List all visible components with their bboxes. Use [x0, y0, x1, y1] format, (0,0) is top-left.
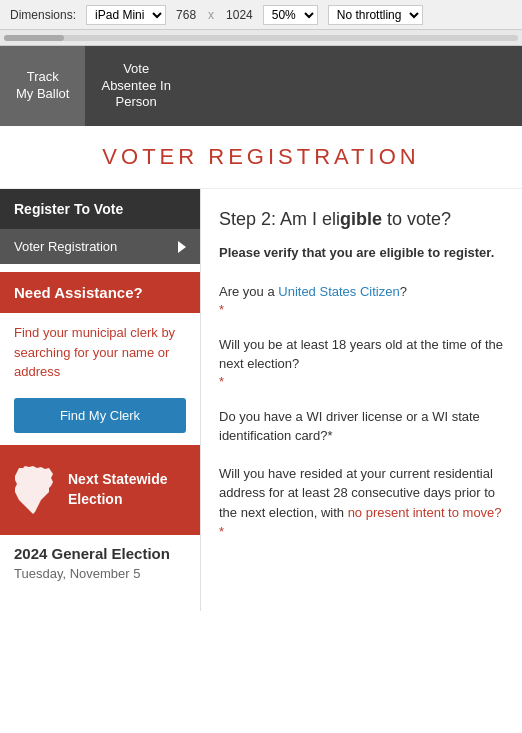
step-prefix: Step 2: Am I eli — [219, 209, 340, 229]
question-3-text: Do you have a WI driver license or a WI … — [219, 407, 504, 446]
next-election-box: Next Statewide Election — [0, 445, 200, 535]
sidebar: Register To Vote Voter Registration Need… — [0, 189, 200, 611]
nav-label-track: TrackMy Ballot — [16, 69, 69, 103]
width-value: 768 — [176, 8, 196, 22]
nav-label-absentee: VoteAbsentee InPerson — [101, 61, 170, 112]
scrollbar-track[interactable] — [4, 35, 518, 41]
main-layout: Register To Vote Voter Registration Need… — [0, 189, 522, 611]
question-2: Will you be at least 18 years old at the… — [219, 335, 504, 389]
x-separator: x — [208, 8, 214, 22]
question-4-text: Will you have resided at your current re… — [219, 464, 504, 542]
zoom-select[interactable]: 50% — [263, 5, 318, 25]
dimensions-label: Dimensions: — [10, 8, 76, 22]
step-title: Step 2: Am I eligible to vote? — [219, 209, 504, 230]
question-3: Do you have a WI driver license or a WI … — [219, 407, 504, 446]
page-title-bar: VOTER REGISTRATION — [0, 126, 522, 189]
election-name: 2024 General Election — [0, 535, 200, 566]
election-date: Tuesday, November 5 — [0, 566, 200, 591]
voter-reg-label: Voter Registration — [14, 239, 117, 254]
verify-eligibility-text: Please verify that you are eligible to r… — [219, 244, 504, 262]
question-2-text: Will you be at least 18 years old at the… — [219, 335, 504, 374]
question-1-required: * — [219, 302, 504, 317]
find-my-clerk-button[interactable]: Find My Clerk — [14, 398, 186, 433]
register-to-vote-button[interactable]: Register To Vote — [0, 189, 200, 229]
main-content: Step 2: Am I eligible to vote? Please ve… — [200, 189, 522, 611]
nav-item-vote-absentee[interactable]: VoteAbsentee InPerson — [85, 46, 186, 126]
next-election-label: Next Statewide Election — [68, 470, 190, 509]
height-value: 1024 — [226, 8, 253, 22]
step-highlight: gible — [340, 209, 382, 229]
scrollbar-thumb[interactable] — [4, 35, 64, 41]
voter-registration-sidebar-item[interactable]: Voter Registration — [0, 229, 200, 264]
question-4: Will you have resided at your current re… — [219, 464, 504, 542]
arrow-icon — [178, 241, 186, 253]
question-2-required: * — [219, 374, 504, 389]
us-citizen-link[interactable]: United States Citizen — [278, 284, 399, 299]
question-1: Are you a United States Citizen? * — [219, 282, 504, 317]
nav-bar: TrackMy Ballot VoteAbsentee InPerson — [0, 46, 522, 126]
dev-toolbar: Dimensions: iPad Mini 768 x 1024 50% No … — [0, 0, 522, 30]
device-select[interactable]: iPad Mini — [86, 5, 166, 25]
wisconsin-icon — [10, 466, 58, 514]
step-suffix: to vote? — [382, 209, 451, 229]
nav-item-track-my-ballot[interactable]: TrackMy Ballot — [0, 46, 85, 126]
find-clerk-description: Find your municipal clerk by searching f… — [0, 313, 200, 392]
question-1-text: Are you a United States Citizen? — [219, 282, 504, 302]
throttling-select[interactable]: No throttling — [328, 5, 423, 25]
scrollbar-area — [0, 30, 522, 46]
page-title: VOTER REGISTRATION — [10, 144, 512, 170]
need-assistance-heading: Need Assistance? — [0, 272, 200, 313]
wisconsin-svg — [13, 466, 55, 514]
